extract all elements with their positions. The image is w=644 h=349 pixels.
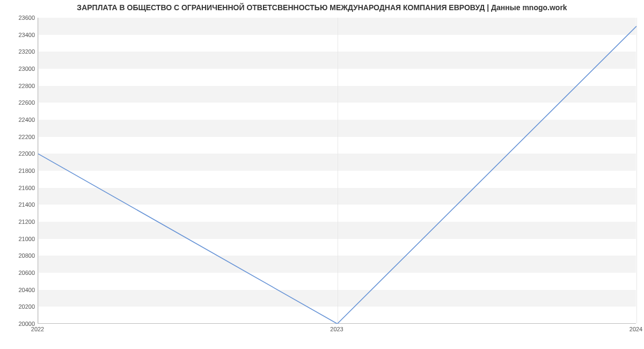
y-tick-label: 23400 — [3, 32, 35, 38]
y-tick-label: 22600 — [3, 99, 35, 106]
line-series — [38, 18, 636, 324]
x-tick-label: 2024 — [630, 326, 642, 332]
y-tick-label: 21800 — [3, 168, 35, 174]
chart-container: ЗАРПЛАТА В ОБЩЕСТВО С ОГРАНИЧЕННОЙ ОТВЕТ… — [0, 0, 644, 349]
y-tick-label: 23600 — [3, 14, 35, 21]
x-tick-label: 2022 — [31, 326, 44, 332]
plot-area — [38, 18, 636, 324]
y-tick-label: 21600 — [3, 185, 35, 191]
y-tick-label: 22200 — [3, 134, 35, 140]
data-line — [38, 26, 636, 324]
y-tick-label: 20400 — [3, 287, 35, 293]
y-tick-label: 20200 — [3, 303, 35, 310]
y-tick-label: 23200 — [3, 48, 35, 55]
y-tick-label: 21000 — [3, 236, 35, 242]
y-tick-label: 22800 — [3, 83, 35, 89]
y-tick-label: 23000 — [3, 66, 35, 72]
y-tick-label: 20600 — [3, 270, 35, 276]
chart-title: ЗАРПЛАТА В ОБЩЕСТВО С ОГРАНИЧЕННОЙ ОТВЕТ… — [0, 3, 644, 12]
y-tick-label: 20000 — [3, 321, 35, 327]
y-tick-label: 22400 — [3, 117, 35, 123]
y-tick-label: 21200 — [3, 219, 35, 225]
x-tick-label: 2023 — [330, 326, 343, 332]
y-tick-label: 21400 — [3, 201, 35, 208]
x-gridline — [636, 18, 637, 323]
y-tick-label: 22000 — [3, 150, 35, 157]
y-tick-label: 20800 — [3, 252, 35, 259]
